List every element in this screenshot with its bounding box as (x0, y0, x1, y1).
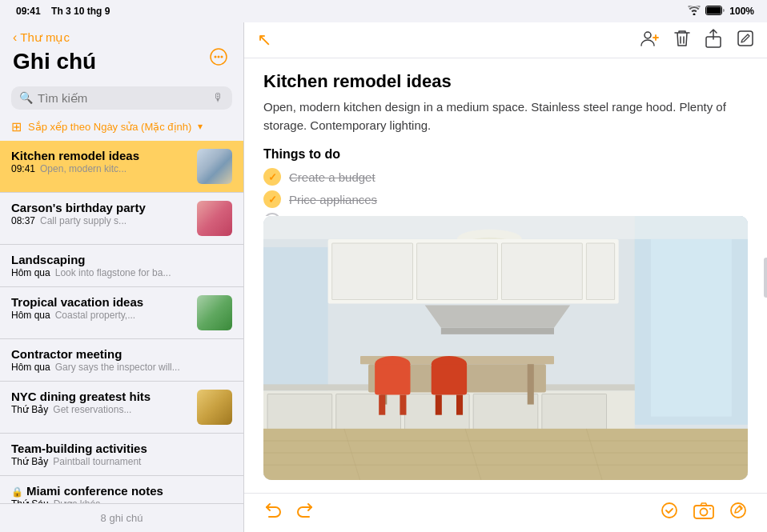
mic-icon[interactable]: 🎙 (213, 91, 224, 104)
lock-icon: 🔒 (11, 486, 23, 498)
note-title: Landscaping (11, 253, 232, 266)
undo-icon[interactable] (263, 502, 283, 524)
note-meta: Thứ BảyPaintball tournament (11, 456, 232, 467)
svg-rect-20 (417, 243, 498, 300)
wifi-icon (688, 6, 701, 18)
checklist-icon[interactable] (660, 502, 679, 524)
redo-icon[interactable] (295, 502, 315, 524)
note-item-kitchen[interactable]: Kitchen remodel ideas 09:41Open, modern … (0, 141, 243, 193)
checklist-item-0[interactable]: ✓ Create a budget (263, 168, 748, 186)
note-thumbnail-nyc (197, 390, 232, 425)
svg-rect-40 (400, 394, 406, 414)
svg-point-4 (218, 55, 220, 58)
svg-rect-42 (432, 364, 467, 394)
svg-point-56 (709, 508, 711, 510)
svg-point-55 (701, 509, 708, 516)
sidebar: ‹ Thư mục Ghi chú 🔍 🎙 (0, 22, 244, 532)
note-item-tropical[interactable]: Tropical vacation ideas Hôm quaCoastal p… (0, 287, 243, 339)
status-time: 09:41 Th 3 10 thg 9 (16, 6, 110, 17)
sort-chevron-icon: ▾ (198, 121, 203, 132)
svg-rect-21 (501, 243, 582, 300)
svg-rect-38 (375, 364, 410, 394)
note-meta: Hôm quaLook into flagstone for ba... (11, 267, 232, 278)
note-content-title: Kitchen remodel ideas (263, 71, 748, 92)
app-container: ‹ Thư mục Ghi chú 🔍 🎙 (0, 22, 767, 532)
note-meta: 08:37Call party supply s... (11, 215, 189, 226)
svg-rect-22 (586, 243, 614, 300)
note-title: Contractor meeting (11, 347, 232, 361)
delete-icon[interactable] (674, 29, 690, 51)
svg-rect-43 (436, 394, 442, 414)
back-button[interactable]: ‹ Thư mục (13, 30, 96, 45)
main-toolbar: ↖ (244, 22, 767, 58)
home-button[interactable] (764, 258, 767, 298)
sidebar-title: Ghi chú (13, 48, 96, 75)
sort-label[interactable]: Sắp xếp theo Ngày sửa (Mặc định) (28, 121, 191, 133)
search-icon: 🔍 (19, 91, 33, 104)
svg-rect-14 (263, 247, 328, 392)
note-content-body: Open, modern kitchen design in a medium … (263, 98, 748, 134)
export-icon[interactable] (705, 29, 722, 51)
camera-icon[interactable] (693, 502, 714, 524)
bottom-bar (244, 493, 767, 532)
notes-count: 8 ghi chú (101, 512, 143, 524)
checklist-label-1: Price appliances (289, 193, 377, 206)
status-bar: 09:41 Th 3 10 thg 9 100% (0, 0, 767, 22)
sort-bar[interactable]: ⊞ Sắp xếp theo Ngày sửa (Mặc định) ▾ (0, 116, 243, 141)
svg-point-5 (221, 55, 223, 58)
note-item-birthday[interactable]: Carson's birthday party 08:37Call party … (0, 193, 243, 245)
note-item-teambuilding[interactable]: Team-building activities Thứ BảyPaintbal… (0, 434, 243, 476)
sidebar-header: ‹ Thư mục Ghi chú (0, 22, 243, 86)
note-title: 🔒Miami conference notes (11, 484, 232, 498)
note-meta: Thứ BảyGet reservations... (11, 404, 189, 415)
svg-rect-45 (263, 429, 748, 480)
svg-rect-1 (707, 6, 721, 14)
note-item-nyc[interactable]: NYC dining greatest hits Thứ BảyGet rese… (0, 382, 243, 434)
toolbar-right (641, 29, 754, 51)
note-item-contractor[interactable]: Contractor meeting Hôm quaGary says the … (0, 339, 243, 382)
checklist-label-0: Create a budget (289, 170, 375, 184)
note-thumbnail-tropical (197, 295, 232, 330)
note-title: Tropical vacation ideas (11, 295, 189, 309)
svg-rect-44 (456, 394, 463, 414)
note-meta: 09:41Open, modern kitc... (11, 163, 189, 174)
checkbox-checked-0[interactable]: ✓ (263, 168, 281, 186)
back-label: Thư mục (20, 30, 70, 45)
edit-icon[interactable] (737, 30, 754, 50)
back-icon: ‹ (13, 30, 17, 45)
checklist-section: Things to do ✓ Create a budget ✓ Price a… (263, 147, 748, 216)
checklist-item-1[interactable]: ✓ Price appliances (263, 190, 748, 208)
sidebar-footer: 8 ghi chú (0, 503, 243, 532)
svg-rect-19 (332, 243, 413, 300)
checkbox-checked-1[interactable]: ✓ (263, 190, 281, 208)
note-title: Carson's birthday party (11, 201, 189, 214)
markup-icon[interactable] (729, 502, 748, 524)
note-title: Team-building activities (11, 442, 232, 455)
bottom-bar-left (263, 502, 315, 524)
more-button[interactable] (207, 45, 231, 69)
kitchen-photo (263, 216, 748, 480)
note-title: Kitchen remodel ideas (11, 149, 189, 162)
svg-rect-36 (528, 364, 534, 404)
back-arrow-icon[interactable]: ↖ (257, 30, 271, 50)
status-indicators: 100% (688, 6, 754, 18)
note-thumbnail-birthday (197, 201, 232, 236)
svg-point-57 (731, 503, 745, 518)
svg-marker-23 (425, 306, 570, 328)
battery-icon (705, 6, 725, 18)
search-bar: 🔍 🎙 (11, 86, 232, 110)
share-person-icon[interactable] (641, 30, 660, 50)
note-thumbnail-kitchen (197, 149, 232, 184)
svg-rect-24 (441, 328, 554, 334)
search-input[interactable] (38, 91, 208, 105)
note-title: NYC dining greatest hits (11, 390, 189, 403)
note-item-miami[interactable]: 🔒Miami conference notes Thứ SáuĐược khóa (0, 476, 243, 503)
svg-point-53 (662, 503, 677, 518)
svg-rect-54 (694, 506, 713, 518)
note-item-landscaping[interactable]: Landscaping Hôm quaLook into flagstone f… (0, 245, 243, 287)
grid-icon: ⊞ (11, 119, 22, 134)
toolbar-left: ↖ (257, 30, 271, 50)
bottom-bar-right (660, 502, 748, 524)
checklist-header: Things to do (263, 147, 748, 162)
battery-percent: 100% (729, 6, 754, 17)
